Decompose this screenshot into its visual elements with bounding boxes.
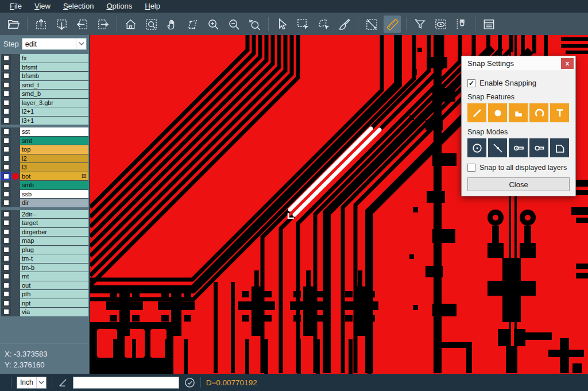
layer-label[interactable]: l3+1 bbox=[20, 117, 88, 125]
layer-row-dirgerber[interactable]: dirgerber bbox=[1, 228, 88, 237]
zoom-out-icon[interactable] bbox=[225, 16, 242, 33]
ruler-icon[interactable] bbox=[384, 16, 401, 33]
layer-row-ssb[interactable]: ssb bbox=[1, 190, 88, 199]
enable-snapping-row[interactable]: ✓ Enable Snapping bbox=[467, 79, 570, 87]
layer-visibility-checkbox[interactable] bbox=[1, 190, 11, 199]
layer-label[interactable]: target bbox=[20, 219, 88, 227]
layer-label[interactable]: smd_b bbox=[20, 90, 88, 98]
layer-row-via[interactable]: via bbox=[1, 308, 88, 316]
dialog-title-bar[interactable]: Snap Settings x bbox=[462, 56, 575, 71]
measure-line-icon[interactable] bbox=[363, 16, 380, 33]
pcb-canvas[interactable]: Snap Settings x ✓ Enable Snapping Snap F… bbox=[90, 35, 588, 374]
mode-pad-mid-icon[interactable] bbox=[509, 138, 528, 157]
layer-row-smt[interactable]: smt bbox=[1, 137, 88, 145]
menu-selection[interactable]: Selection bbox=[57, 0, 100, 13]
layer-label[interactable]: smd_t bbox=[20, 81, 88, 90]
layer-visibility-checkbox[interactable] bbox=[1, 246, 11, 254]
layer-visibility-checkbox[interactable] bbox=[1, 137, 11, 145]
mode-center-icon[interactable] bbox=[467, 138, 486, 157]
open-folder-icon[interactable] bbox=[5, 16, 22, 33]
layer-label[interactable]: bfsmb bbox=[20, 72, 88, 80]
layer-row-mt[interactable]: mt bbox=[1, 272, 88, 281]
zoom-polygon-icon[interactable] bbox=[184, 16, 201, 33]
home-icon[interactable] bbox=[122, 16, 139, 33]
step-dropdown[interactable]: edit bbox=[22, 38, 87, 50]
layer-visibility-checkbox[interactable] bbox=[1, 272, 11, 281]
layer-visibility-checkbox[interactable] bbox=[1, 308, 11, 316]
layer-visibility-checkbox[interactable] bbox=[1, 281, 11, 290]
layer-label[interactable]: out bbox=[20, 281, 88, 290]
pan-hand-icon[interactable] bbox=[163, 16, 180, 33]
layer-label[interactable]: npt bbox=[20, 299, 88, 308]
layer-label[interactable]: l3 bbox=[20, 163, 88, 172]
feat-line-icon[interactable] bbox=[467, 103, 486, 122]
polygon-select-icon[interactable] bbox=[315, 16, 332, 33]
layer-row-l2+1[interactable]: l2+1 bbox=[1, 107, 88, 116]
select-arrow-icon[interactable] bbox=[273, 16, 291, 33]
layer-label[interactable]: bfsmt bbox=[20, 63, 88, 72]
feat-arc-icon[interactable] bbox=[529, 103, 548, 122]
layer-label[interactable]: via bbox=[20, 308, 88, 316]
filter-icon[interactable] bbox=[411, 16, 428, 33]
zoom-area-icon[interactable] bbox=[142, 16, 160, 33]
layer-row-out[interactable]: out bbox=[1, 281, 88, 290]
layer-visibility-checkbox[interactable] bbox=[1, 154, 11, 163]
layer-visibility-checkbox[interactable] bbox=[1, 290, 11, 299]
mode-pad-end-icon[interactable] bbox=[529, 138, 548, 157]
command-input[interactable] bbox=[73, 377, 179, 389]
layer-label[interactable]: plug bbox=[20, 246, 88, 254]
layer-row-target[interactable]: target bbox=[1, 219, 88, 227]
layer-row-smd_t[interactable]: smd_t bbox=[1, 81, 88, 90]
layer-label[interactable]: ssb bbox=[20, 190, 88, 199]
layer-visibility-checkbox[interactable] bbox=[1, 90, 11, 98]
layer-label[interactable]: sst bbox=[20, 127, 88, 136]
menu-file[interactable]: File bbox=[3, 0, 28, 13]
layer-label[interactable]: tm-b bbox=[20, 264, 88, 272]
layer-visibility-checkbox[interactable] bbox=[1, 127, 11, 136]
brush-icon[interactable] bbox=[335, 16, 353, 33]
layer-row-layer_3.gbr[interactable]: layer_3.gbr bbox=[1, 99, 88, 107]
layer-row-bot[interactable]: bot⊞ bbox=[1, 172, 88, 181]
layer-visibility-checkbox[interactable] bbox=[1, 145, 11, 154]
snap-all-layers-checkbox[interactable] bbox=[467, 164, 475, 172]
layer-label[interactable]: dirgerber bbox=[20, 228, 88, 237]
layer-row-pth[interactable]: pth bbox=[1, 290, 88, 299]
layer-row-smb[interactable]: smb bbox=[1, 181, 88, 189]
layer-visibility-checkbox[interactable] bbox=[1, 54, 11, 63]
layer-visibility-checkbox[interactable] bbox=[1, 163, 11, 172]
feat-circle-icon[interactable] bbox=[488, 103, 507, 122]
enable-snapping-checkbox[interactable]: ✓ bbox=[467, 79, 475, 87]
layer-label[interactable]: pth bbox=[20, 290, 88, 299]
mode-polygon-icon[interactable] bbox=[550, 138, 569, 157]
box-arrow-down-icon[interactable] bbox=[53, 16, 70, 33]
layer-row-npt[interactable]: npt bbox=[1, 299, 88, 308]
view-eye-icon[interactable] bbox=[432, 16, 449, 33]
layer-visibility-checkbox[interactable] bbox=[1, 254, 11, 263]
close-button[interactable]: Close bbox=[467, 177, 570, 191]
layer-visibility-checkbox[interactable] bbox=[1, 107, 11, 116]
angle-measure-icon[interactable] bbox=[57, 377, 68, 388]
layer-row-l2[interactable]: l2 bbox=[1, 154, 88, 163]
layer-row-smd_b[interactable]: smd_b bbox=[1, 90, 88, 98]
layer-row-dir[interactable]: dir bbox=[1, 199, 88, 207]
layer-row-2dir--[interactable]: 2dir-- bbox=[1, 210, 88, 219]
layer-label[interactable]: fx bbox=[20, 54, 88, 63]
rect-select-icon[interactable] bbox=[294, 16, 311, 33]
zoom-previous-icon[interactable] bbox=[246, 16, 263, 33]
zoom-in-icon[interactable] bbox=[204, 16, 222, 33]
layer-label[interactable]: map bbox=[20, 237, 88, 245]
layer-label[interactable]: smt bbox=[20, 137, 88, 145]
layer-label[interactable]: dir bbox=[20, 199, 88, 207]
box-arrow-right-icon[interactable] bbox=[94, 16, 111, 33]
layer-row-bfsmb[interactable]: bfsmb bbox=[1, 72, 88, 80]
layer-label[interactable]: tm-t bbox=[20, 254, 88, 263]
layer-label[interactable]: smb bbox=[20, 181, 88, 189]
layer-visibility-checkbox[interactable] bbox=[1, 210, 11, 219]
layer-visibility-checkbox[interactable] bbox=[1, 228, 11, 237]
layer-row-l3[interactable]: l3 bbox=[1, 163, 88, 172]
layer-label[interactable]: l2+1 bbox=[20, 107, 88, 116]
layer-label[interactable]: layer_3.gbr bbox=[20, 99, 88, 107]
layer-visibility-checkbox[interactable] bbox=[1, 72, 11, 80]
layer-row-map[interactable]: map bbox=[1, 237, 88, 245]
snap-magnet-icon[interactable] bbox=[452, 16, 470, 33]
